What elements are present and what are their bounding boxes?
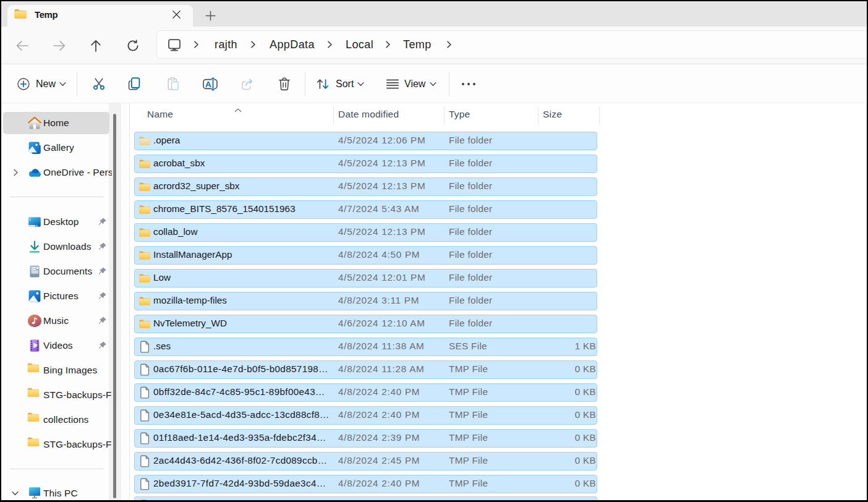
svg-text:A: A xyxy=(205,80,211,89)
